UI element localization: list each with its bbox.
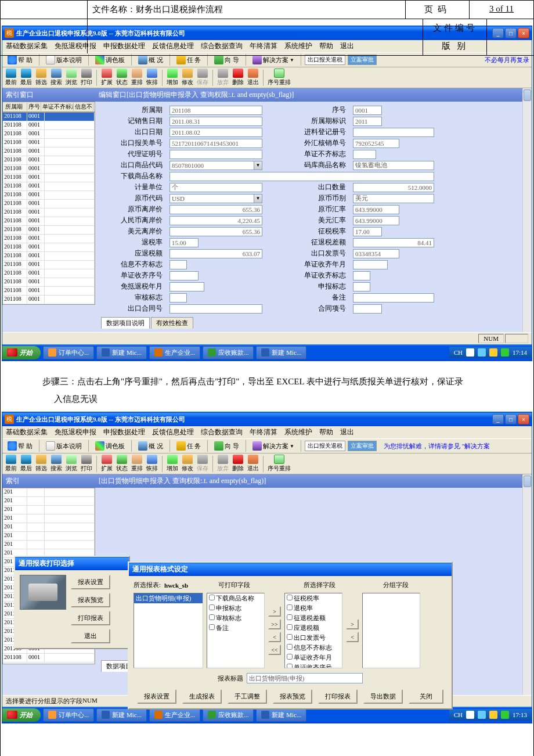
list-item[interactable]: 征退税差额 <box>285 613 342 623</box>
inp-infoflag[interactable] <box>169 260 187 269</box>
inp-contractitem[interactable] <box>353 304 382 314</box>
tb-badge-approve[interactable]: 立案审批 <box>348 441 377 451</box>
tb2-browse[interactable]: 浏览 <box>64 68 79 87</box>
tb2-print[interactable]: 打印 <box>79 68 94 87</box>
tb-link-tip[interactable]: 不必每月再复录 <box>485 56 529 64</box>
table-row[interactable]: 2011080001 <box>3 156 95 165</box>
ime-indicator[interactable]: CH <box>454 711 463 718</box>
system-tray[interactable]: CH 17:14 <box>449 347 532 358</box>
tb-link-tip-2[interactable]: 为您排忧解难，详情请参见 "解决方案 <box>384 442 490 451</box>
start-button[interactable]: 开始 <box>2 346 41 359</box>
menu-feedback[interactable]: 反馈信息处理 <box>152 427 194 437</box>
tray-icon-4[interactable] <box>501 348 509 357</box>
tb-palette[interactable]: 调色板 <box>92 440 128 452</box>
inp-declflag[interactable] <box>353 282 370 291</box>
inp-taxrate[interactable]: 17.00 <box>353 227 382 236</box>
task-receivable[interactable]: 应收账款... <box>203 346 254 359</box>
start-button[interactable]: 开始 <box>2 708 41 722</box>
inp-rate[interactable]: 643.99000 <box>353 205 399 214</box>
btn-generate[interactable]: 生成报表 <box>182 689 222 704</box>
titlebar-2[interactable]: 税 生产企业出口退税申报系统9.0版 -- 东莞市迈科科技有限公司 _ □ × <box>2 412 532 426</box>
list-item[interactable]: 审核标志 <box>207 613 264 623</box>
tray-icon-3[interactable] <box>489 348 497 357</box>
inp-invoice[interactable]: 03348354 <box>353 249 399 258</box>
tb-solution[interactable]: 解决方案▼ <box>250 54 297 66</box>
inp-seq[interactable]: 0001 <box>353 106 382 115</box>
table-row[interactable]: 2011080001 <box>3 261 95 269</box>
checkbox[interactable] <box>287 604 293 610</box>
inp-agentno[interactable] <box>169 150 262 159</box>
tb2-delete[interactable]: 删除 <box>230 454 246 473</box>
tb2-search[interactable]: 搜索 <box>49 68 64 87</box>
scroll-thumb[interactable] <box>524 89 531 101</box>
inp-report-title[interactable]: 出口货物明细(申报) <box>247 673 363 683</box>
menu-exempt-declare[interactable]: 免抵退税申报 <box>55 427 96 437</box>
inp-qty[interactable]: 512.0000 <box>353 183 434 192</box>
minimize-button[interactable]: _ <box>492 414 504 424</box>
table-row[interactable]: 2011080001 <box>3 113 95 121</box>
tb2-renum[interactable]: 序号重排 <box>266 68 293 87</box>
tb2-first[interactable]: 最前 <box>3 68 19 87</box>
tb2-filter[interactable]: 筛选 <box>34 68 49 87</box>
btn-close[interactable]: 关闭 <box>409 689 443 704</box>
tray-icon-1[interactable] <box>466 348 474 357</box>
list-grouped[interactable] <box>362 593 420 668</box>
table-row[interactable]: 2011080001 <box>3 252 95 261</box>
list-selected[interactable]: 征税税率退税率征退税差额应退税额出口发票号信息不齐标志单证收齐年月单证收齐序号单… <box>284 593 342 668</box>
table-row[interactable]: 2011080001 <box>3 217 95 226</box>
inp-exemptmonth[interactable] <box>169 282 204 291</box>
task-order[interactable]: 订单中心... <box>43 346 94 359</box>
tb-help[interactable]: 帮 助 <box>5 54 35 66</box>
tb-palette[interactable]: 调色板 <box>92 54 128 66</box>
tray-icon-4[interactable] <box>501 711 509 719</box>
tab-validity[interactable]: 有效性检查 <box>151 317 193 329</box>
tb-version[interactable]: 版本说明 <box>43 54 85 66</box>
checkbox[interactable] <box>287 644 293 650</box>
table-row[interactable]: 2011080001 <box>3 139 95 147</box>
list-item[interactable]: 单证收齐年月 <box>285 653 342 663</box>
checkbox[interactable] <box>287 634 293 640</box>
tray-icon-2[interactable] <box>478 348 486 357</box>
table-row[interactable]: 2011080001 <box>3 182 95 191</box>
list-item[interactable]: 退税率 <box>285 603 342 613</box>
inp-curr[interactable]: USD▼ <box>169 194 262 203</box>
table-row[interactable]: 201 <box>3 488 95 497</box>
tb-overview[interactable]: 概 况 <box>135 440 166 452</box>
list-item[interactable]: 出口货物明细(申报) <box>134 593 203 603</box>
index-rows[interactable]: 2011080001201108000120110800012011080001… <box>2 112 95 305</box>
btn-print-report[interactable]: 打印报表 <box>71 611 110 625</box>
tb-version[interactable]: 版本说明 <box>43 440 85 452</box>
list-printable[interactable]: 下载商品名称申报标志审核标志备注 <box>207 593 265 668</box>
table-row[interactable]: 2011080001 <box>3 208 95 217</box>
btn-move-left[interactable]: < <box>268 632 281 642</box>
tb2-renum[interactable]: 序号重排 <box>266 454 293 473</box>
task-word-2[interactable]: 新建 Mic... <box>256 346 306 359</box>
btn-manual[interactable]: 手工调整 <box>228 689 267 704</box>
vscroll[interactable] <box>522 88 532 332</box>
btn-move-left-2[interactable]: < <box>346 632 359 642</box>
tb2-refresh[interactable]: 恢排 <box>145 68 160 87</box>
inp-feedreg[interactable] <box>353 128 434 137</box>
btn-move-right-2[interactable]: > <box>346 619 359 629</box>
menu-declare-process[interactable]: 申报数据处理 <box>103 427 145 437</box>
tb-solution[interactable]: 解决方案▼ <box>250 440 297 452</box>
table-row[interactable]: 2011080001 <box>3 226 95 235</box>
dropdown-icon[interactable]: ▼ <box>254 161 262 170</box>
tb-overview[interactable]: 概 况 <box>135 54 166 66</box>
table-row[interactable]: 201 <box>3 541 95 549</box>
table-row[interactable]: 201 <box>3 506 95 514</box>
inp-docmonth[interactable] <box>353 260 388 269</box>
table-row[interactable]: 2011080001 <box>3 191 95 200</box>
menu-exit[interactable]: 退出 <box>340 427 354 437</box>
inp-auditflag[interactable] <box>169 293 187 303</box>
inp-rmbfob[interactable]: 4,220.45 <box>169 216 262 225</box>
checkbox[interactable] <box>287 595 293 600</box>
close-button[interactable]: × <box>518 414 529 424</box>
inp-saledate[interactable]: 2011.08.31 <box>169 117 262 126</box>
inp-docseq[interactable] <box>169 271 199 280</box>
list-item[interactable]: 下载商品名称 <box>207 593 264 603</box>
tb2-delete[interactable]: 删除 <box>230 68 246 87</box>
inp-currname[interactable]: 美元 <box>353 194 434 203</box>
menu-help[interactable]: 帮助 <box>319 427 333 437</box>
ime-indicator[interactable]: CH <box>454 349 463 356</box>
